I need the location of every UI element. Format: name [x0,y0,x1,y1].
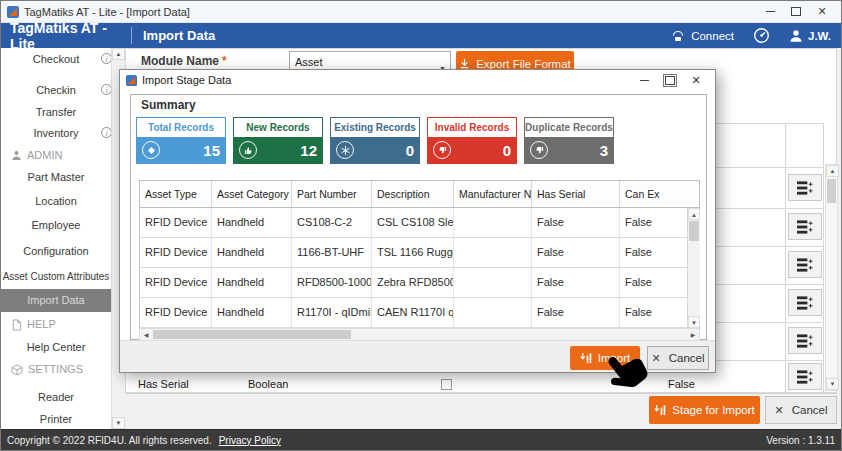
cell: RFID Device [140,268,212,297]
window-maximize-icon[interactable] [783,2,809,22]
stage-for-import-button[interactable]: Stage for Import [649,396,760,424]
sidebar-item-inventory[interactable]: Inventory [1,126,111,141]
edit-attributes-button[interactable] [788,174,822,201]
cell: 1166-BT-UHF [292,238,372,267]
sidebar-item-employee[interactable]: Employee [1,218,111,233]
cell: False [532,298,620,327]
sidebar-item-transfer[interactable]: Transfer [1,105,111,120]
cancel-button-label: Cancel [669,352,705,364]
scroll-up-icon[interactable]: ▲ [826,165,839,177]
grid-line [701,123,823,124]
thumbs-up-icon [239,141,257,159]
download-icon [459,58,470,69]
grid-line [701,284,823,285]
summary-title: Summary [141,98,196,112]
sidebar-item-label: Employee [32,219,81,231]
scroll-up-icon[interactable]: ▲ [112,48,125,60]
scroll-down-icon[interactable]: ▼ [112,417,125,429]
tag-icon [142,141,160,159]
stage-button-label: Stage for Import [672,404,754,416]
card-invalid-records: Invalid Records 0 [427,117,517,164]
sidebar-item-printer[interactable]: Printer [1,412,111,427]
summary-groupbox: Summary Total Records 15 New Records 12 [130,94,707,340]
scroll-up-icon[interactable]: ▲ [688,208,700,220]
sidebar-item-asset-custom-attributes[interactable]: Asset Custom Attributes [1,269,111,284]
cell: CSL CS108 Sled H... [372,208,454,237]
sidebar-item-location[interactable]: Location [1,194,111,209]
cell: Handheld [212,298,292,327]
module-select-value: Asset [295,56,323,68]
cell: RFID Device [140,298,212,327]
version-text: Version : 1.3.11 [766,435,835,446]
scroll-right-icon[interactable]: ▶ [687,331,699,338]
gear-icon [336,141,354,159]
edit-attributes-button[interactable] [788,213,822,240]
connect-button[interactable]: Connect [670,29,734,43]
app-title: TagMatiks AT - Lite [1,20,131,52]
cell: False [532,268,620,297]
table-row[interactable]: RFID Device Handheld RFD8500-100010... Z… [139,268,700,298]
table-row[interactable]: RFID Device Handheld CS108-C-2 CSL CS108… [139,208,700,238]
sidebar-item-help-center[interactable]: Help Center [1,340,111,355]
column-header[interactable]: Manufacturer Name [454,181,532,207]
attribute-checkbox[interactable] [441,379,452,390]
column-header[interactable]: Description [372,181,454,207]
scroll-down-icon[interactable]: ▼ [826,378,839,390]
column-header[interactable]: Asset Category [212,181,292,207]
window-title: TagMatiks AT - Lite - [Import Data] [24,6,190,18]
dialog-cancel-button[interactable]: ✕ Cancel [647,346,709,370]
grid-line [701,322,823,323]
scroll-down-icon[interactable]: ▼ [688,316,700,328]
dialog-close-icon[interactable]: ✕ [683,71,709,89]
dialog-minimize-icon[interactable] [631,71,657,89]
table-row[interactable]: RFID Device Handheld 1166-BT-UHF TSL 116… [139,238,700,268]
page-title: Import Data [132,28,215,43]
edit-list-icon [797,181,813,195]
edit-list-icon [797,220,813,234]
thumbs-down-icon [433,141,451,159]
user-menu[interactable]: J.W. [789,29,831,43]
sidebar-item-label: Checkout [33,53,79,65]
scroll-thumb[interactable] [827,179,836,203]
scroll-left-icon[interactable]: ◀ [140,331,152,338]
thumbs-down-icon [530,141,548,159]
summary-cards: Total Records 15 New Records 12 Existing… [136,117,614,164]
card-band: 15 [137,137,225,163]
cell: TSL 1166 Rugged ... [372,238,454,267]
table-row[interactable]: RFID Device Handheld R1170I - qIDmini CA… [139,298,700,328]
dialog-footer: Import ✕ Cancel [120,340,715,372]
page-cancel-button[interactable]: ✕ Cancel [765,396,837,424]
column-header[interactable]: Has Serial [532,181,620,207]
app-window: TagMatiks AT - Lite - [Import Data] ✕ Ta… [0,0,842,451]
sidebar-item-checkout[interactable]: Checkout [1,52,111,67]
sidebar-section-settings: SETTINGS [1,362,111,377]
edit-attributes-button[interactable] [788,327,822,354]
scroll-thumb[interactable] [689,221,699,241]
scroll-thumb[interactable] [153,330,351,339]
dialog-controls: ✕ [631,71,709,89]
edit-list-icon [797,296,813,310]
column-header[interactable]: Asset Type [140,181,212,207]
card-band: 12 [234,137,322,163]
gauge-icon[interactable] [753,27,770,44]
cell: R1170I - qIDmini [292,298,372,327]
sidebar-item-checkin[interactable]: Checkin [1,83,111,98]
edit-attributes-button[interactable] [788,289,822,316]
edit-attributes-button[interactable] [788,251,822,278]
window-close-icon[interactable]: ✕ [809,2,835,22]
cell: CAEN R1170I qID... [372,298,454,327]
sidebar-item-configuration[interactable]: Configuration [1,244,111,259]
sidebar-item-part-master[interactable]: Part Master [1,170,111,185]
grid-scrollbar: ▲ ▼ [825,164,838,391]
column-header[interactable]: Part Number [292,181,372,207]
sidebar-item-import-data[interactable]: Import Data [1,289,111,312]
app-logo-icon [7,6,19,18]
edit-attributes-button[interactable] [788,363,822,390]
window-minimize-icon[interactable] [757,2,783,22]
column-header[interactable]: Can Ex [620,181,699,207]
sidebar-item-reader[interactable]: Reader [1,390,111,405]
privacy-policy-link[interactable]: Privacy Policy [219,435,281,446]
import-button[interactable]: Import [570,346,640,370]
sidebar-section-admin: ADMIN [1,148,111,163]
dialog-maximize-icon[interactable] [657,71,683,89]
